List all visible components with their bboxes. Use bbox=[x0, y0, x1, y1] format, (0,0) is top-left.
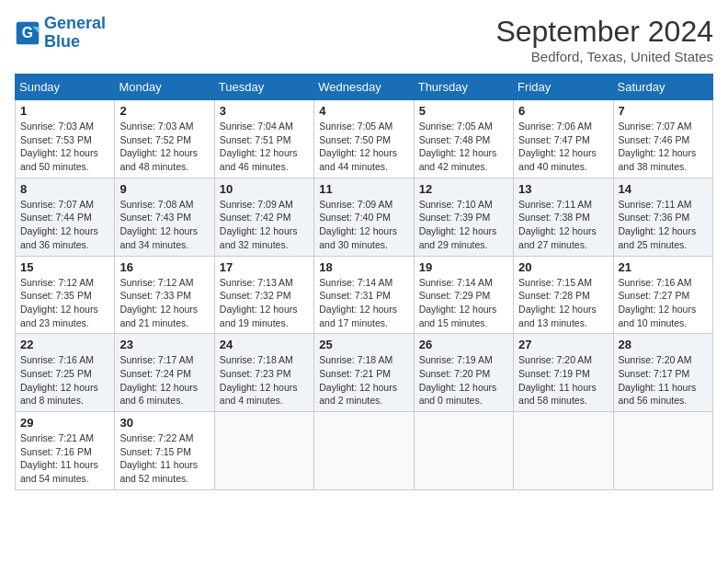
logo: G General Blue bbox=[15, 15, 106, 52]
calendar-cell: 10Sunrise: 7:09 AM Sunset: 7:42 PM Dayli… bbox=[214, 178, 313, 256]
day-info: Sunrise: 7:14 AM Sunset: 7:29 PM Dayligh… bbox=[419, 276, 508, 330]
day-number: 2 bbox=[119, 104, 209, 118]
day-number: 9 bbox=[119, 182, 209, 196]
calendar-cell: 23Sunrise: 7:17 AM Sunset: 7:24 PM Dayli… bbox=[115, 334, 214, 412]
day-info: Sunrise: 7:08 AM Sunset: 7:43 PM Dayligh… bbox=[119, 198, 209, 252]
day-number: 30 bbox=[119, 416, 209, 430]
day-number: 23 bbox=[119, 338, 209, 351]
day-number: 5 bbox=[419, 104, 508, 118]
month-title: September 2024 bbox=[495, 15, 713, 49]
day-info: Sunrise: 7:12 AM Sunset: 7:33 PM Dayligh… bbox=[119, 276, 209, 330]
day-info: Sunrise: 7:13 AM Sunset: 7:32 PM Dayligh… bbox=[220, 276, 309, 330]
day-info: Sunrise: 7:03 AM Sunset: 7:52 PM Dayligh… bbox=[119, 120, 209, 174]
calendar-cell bbox=[514, 412, 613, 490]
weekday-header: Sunday bbox=[16, 75, 115, 100]
day-number: 22 bbox=[20, 338, 109, 351]
calendar-cell: 12Sunrise: 7:10 AM Sunset: 7:39 PM Dayli… bbox=[414, 178, 513, 256]
weekday-header: Thursday bbox=[414, 75, 513, 100]
day-info: Sunrise: 7:21 AM Sunset: 7:16 PM Dayligh… bbox=[20, 431, 109, 486]
day-number: 27 bbox=[518, 338, 608, 351]
day-info: Sunrise: 7:06 AM Sunset: 7:47 PM Dayligh… bbox=[518, 120, 608, 174]
calendar-cell: 2Sunrise: 7:03 AM Sunset: 7:52 PM Daylig… bbox=[115, 100, 214, 178]
header-row: SundayMondayTuesdayWednesdayThursdayFrid… bbox=[16, 75, 713, 100]
logo-line2: Blue bbox=[44, 32, 80, 51]
calendar-cell bbox=[214, 412, 313, 490]
calendar-cell: 6Sunrise: 7:06 AM Sunset: 7:47 PM Daylig… bbox=[514, 100, 613, 178]
calendar-cell: 30Sunrise: 7:22 AM Sunset: 7:15 PM Dayli… bbox=[115, 412, 214, 490]
calendar-week-row: 8Sunrise: 7:07 AM Sunset: 7:44 PM Daylig… bbox=[16, 178, 713, 256]
day-info: Sunrise: 7:05 AM Sunset: 7:48 PM Dayligh… bbox=[419, 120, 508, 174]
day-info: Sunrise: 7:19 AM Sunset: 7:20 PM Dayligh… bbox=[419, 353, 508, 408]
day-info: Sunrise: 7:09 AM Sunset: 7:40 PM Dayligh… bbox=[319, 198, 408, 252]
calendar-cell: 21Sunrise: 7:16 AM Sunset: 7:27 PM Dayli… bbox=[613, 256, 712, 334]
day-number: 15 bbox=[20, 260, 109, 274]
day-number: 8 bbox=[20, 182, 109, 196]
calendar-cell: 11Sunrise: 7:09 AM Sunset: 7:40 PM Dayli… bbox=[314, 178, 414, 256]
calendar-cell: 15Sunrise: 7:12 AM Sunset: 7:35 PM Dayli… bbox=[16, 256, 115, 334]
day-number: 20 bbox=[518, 260, 608, 274]
location-subtitle: Bedford, Texas, United States bbox=[495, 49, 713, 64]
day-number: 16 bbox=[119, 260, 209, 274]
day-number: 26 bbox=[419, 338, 508, 351]
calendar-week-row: 29Sunrise: 7:21 AM Sunset: 7:16 PM Dayli… bbox=[16, 412, 713, 490]
day-info: Sunrise: 7:18 AM Sunset: 7:21 PM Dayligh… bbox=[319, 353, 408, 408]
day-info: Sunrise: 7:07 AM Sunset: 7:46 PM Dayligh… bbox=[619, 120, 708, 174]
calendar-cell: 14Sunrise: 7:11 AM Sunset: 7:36 PM Dayli… bbox=[613, 178, 712, 256]
day-number: 19 bbox=[419, 260, 508, 274]
calendar-cell: 28Sunrise: 7:20 AM Sunset: 7:17 PM Dayli… bbox=[613, 334, 712, 412]
calendar-cell: 18Sunrise: 7:14 AM Sunset: 7:31 PM Dayli… bbox=[314, 256, 414, 334]
day-number: 6 bbox=[518, 104, 608, 118]
calendar-cell: 16Sunrise: 7:12 AM Sunset: 7:33 PM Dayli… bbox=[115, 256, 214, 334]
calendar-cell: 7Sunrise: 7:07 AM Sunset: 7:46 PM Daylig… bbox=[613, 100, 712, 178]
weekday-header: Wednesday bbox=[314, 75, 414, 100]
calendar-cell: 9Sunrise: 7:08 AM Sunset: 7:43 PM Daylig… bbox=[115, 178, 214, 256]
calendar-cell: 24Sunrise: 7:18 AM Sunset: 7:23 PM Dayli… bbox=[214, 334, 313, 412]
day-number: 25 bbox=[319, 338, 408, 351]
day-info: Sunrise: 7:11 AM Sunset: 7:36 PM Dayligh… bbox=[619, 198, 708, 252]
calendar-table: SundayMondayTuesdayWednesdayThursdayFrid… bbox=[15, 74, 713, 490]
calendar-cell: 19Sunrise: 7:14 AM Sunset: 7:29 PM Dayli… bbox=[414, 256, 513, 334]
day-info: Sunrise: 7:11 AM Sunset: 7:38 PM Dayligh… bbox=[518, 198, 608, 252]
calendar-cell: 8Sunrise: 7:07 AM Sunset: 7:44 PM Daylig… bbox=[16, 178, 115, 256]
weekday-header: Monday bbox=[115, 75, 214, 100]
day-info: Sunrise: 7:20 AM Sunset: 7:17 PM Dayligh… bbox=[619, 353, 708, 408]
calendar-cell bbox=[613, 412, 712, 490]
day-number: 29 bbox=[20, 416, 109, 430]
day-number: 24 bbox=[220, 338, 309, 351]
weekday-header: Saturday bbox=[613, 75, 712, 100]
calendar-cell: 26Sunrise: 7:19 AM Sunset: 7:20 PM Dayli… bbox=[414, 334, 513, 412]
calendar-cell: 13Sunrise: 7:11 AM Sunset: 7:38 PM Dayli… bbox=[514, 178, 613, 256]
logo-text: General Blue bbox=[44, 15, 106, 52]
day-number: 3 bbox=[220, 104, 309, 118]
title-area: September 2024 Bedford, Texas, United St… bbox=[495, 15, 713, 64]
day-number: 7 bbox=[619, 104, 708, 118]
day-info: Sunrise: 7:09 AM Sunset: 7:42 PM Dayligh… bbox=[220, 198, 309, 252]
calendar-cell: 17Sunrise: 7:13 AM Sunset: 7:32 PM Dayli… bbox=[214, 256, 313, 334]
day-info: Sunrise: 7:18 AM Sunset: 7:23 PM Dayligh… bbox=[220, 353, 309, 408]
day-number: 12 bbox=[419, 182, 508, 196]
day-info: Sunrise: 7:05 AM Sunset: 7:50 PM Dayligh… bbox=[319, 120, 408, 174]
day-number: 21 bbox=[619, 260, 708, 274]
day-info: Sunrise: 7:03 AM Sunset: 7:53 PM Dayligh… bbox=[20, 120, 109, 174]
header: G General Blue September 2024 Bedford, T… bbox=[15, 15, 713, 64]
calendar-cell bbox=[414, 412, 513, 490]
calendar-cell: 3Sunrise: 7:04 AM Sunset: 7:51 PM Daylig… bbox=[214, 100, 313, 178]
day-info: Sunrise: 7:12 AM Sunset: 7:35 PM Dayligh… bbox=[20, 276, 109, 330]
day-info: Sunrise: 7:16 AM Sunset: 7:27 PM Dayligh… bbox=[619, 276, 708, 330]
day-number: 11 bbox=[319, 182, 408, 196]
calendar-cell: 27Sunrise: 7:20 AM Sunset: 7:19 PM Dayli… bbox=[514, 334, 613, 412]
calendar-week-row: 1Sunrise: 7:03 AM Sunset: 7:53 PM Daylig… bbox=[16, 100, 713, 178]
svg-text:G: G bbox=[22, 25, 33, 40]
calendar-week-row: 22Sunrise: 7:16 AM Sunset: 7:25 PM Dayli… bbox=[16, 334, 713, 412]
calendar-cell: 1Sunrise: 7:03 AM Sunset: 7:53 PM Daylig… bbox=[16, 100, 115, 178]
day-number: 4 bbox=[319, 104, 408, 118]
calendar-cell: 22Sunrise: 7:16 AM Sunset: 7:25 PM Dayli… bbox=[16, 334, 115, 412]
day-info: Sunrise: 7:16 AM Sunset: 7:25 PM Dayligh… bbox=[20, 353, 109, 408]
day-info: Sunrise: 7:17 AM Sunset: 7:24 PM Dayligh… bbox=[119, 353, 209, 408]
weekday-header: Friday bbox=[514, 75, 613, 100]
day-number: 28 bbox=[619, 338, 708, 351]
day-info: Sunrise: 7:07 AM Sunset: 7:44 PM Dayligh… bbox=[20, 198, 109, 252]
calendar-cell: 20Sunrise: 7:15 AM Sunset: 7:28 PM Dayli… bbox=[514, 256, 613, 334]
calendar-cell: 29Sunrise: 7:21 AM Sunset: 7:16 PM Dayli… bbox=[16, 412, 115, 490]
calendar-cell: 4Sunrise: 7:05 AM Sunset: 7:50 PM Daylig… bbox=[314, 100, 414, 178]
